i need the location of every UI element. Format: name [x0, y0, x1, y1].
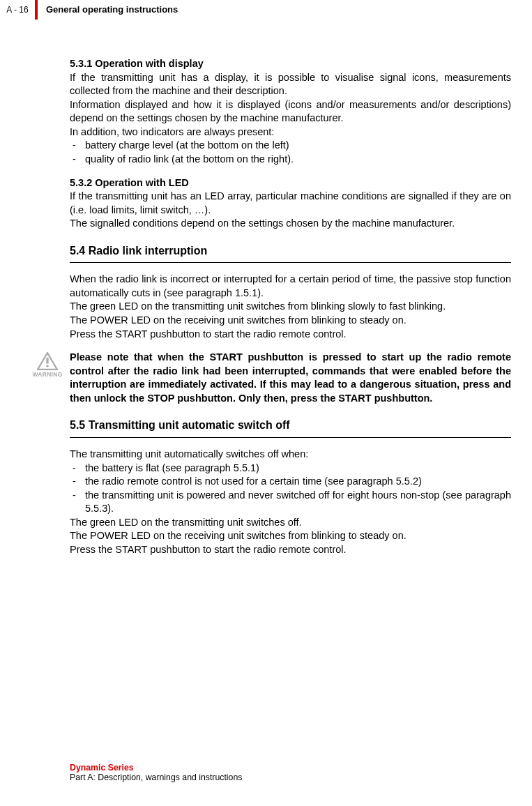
list-item: the radio remote control is not used for…	[70, 475, 511, 489]
paragraph: The POWER LED on the receiving unit swit…	[70, 314, 511, 328]
footer-series: Dynamic Series	[70, 763, 242, 773]
svg-point-1	[46, 365, 49, 367]
header-title: General operating instructions	[38, 0, 178, 20]
list-item: battery charge level (at the bottom on t…	[70, 139, 511, 153]
paragraph: Press the START pushbutton to start the …	[70, 543, 511, 557]
paragraph: In addition, two indicators are always p…	[70, 126, 511, 139]
list-item: quality of radio link (at the bottom on …	[70, 153, 511, 167]
paragraph: When the radio link is incorrect or inte…	[70, 273, 511, 300]
page-footer: Dynamic Series Part A: Description, warn…	[70, 763, 242, 782]
page-number: A - 16	[0, 0, 35, 20]
warning-block: WARNING Please note that when the START …	[70, 351, 511, 405]
page-content: 5.3.1 Operation with display If the tran…	[70, 57, 511, 557]
warning-label: WARNING	[32, 371, 63, 379]
paragraph: The signalled conditions depend on the s…	[70, 217, 511, 231]
paragraph: The green LED on the transmitting unit s…	[70, 300, 511, 314]
svg-rect-0	[46, 358, 48, 364]
paragraph: Information displayed and how it is disp…	[70, 98, 511, 126]
list-item: the transmitting unit is powered and nev…	[70, 489, 511, 516]
heading-5-4: 5.4 Radio link interruption	[70, 243, 511, 264]
heading-5-5: 5.5 Transmitting unit automatic switch o…	[70, 418, 511, 438]
warning-text: Please note that when the START pushbutt…	[70, 351, 511, 405]
warning-icon: WARNING	[32, 352, 63, 379]
list-item: the battery is flat (see paragraph 5.5.1…	[70, 462, 511, 476]
paragraph: Press the START pushbutton to start the …	[70, 328, 511, 342]
bullet-list: battery charge level (at the bottom on t…	[70, 139, 511, 166]
paragraph: If the transmitting unit has an LED arra…	[70, 190, 511, 217]
bullet-list: the battery is flat (see paragraph 5.5.1…	[70, 462, 511, 516]
page-header: A - 16 General operating instructions	[0, 0, 532, 20]
paragraph: The transmitting unit automatically swit…	[70, 448, 511, 462]
paragraph: If the transmitting unit has a display, …	[70, 71, 511, 98]
paragraph: The green LED on the transmitting unit s…	[70, 516, 511, 530]
heading-5-3-1: 5.3.1 Operation with display	[70, 57, 511, 71]
paragraph: The POWER LED on the receiving unit swit…	[70, 529, 511, 543]
footer-part: Part A: Description, warnings and instru…	[70, 773, 242, 782]
heading-5-3-2: 5.3.2 Operation with LED	[70, 176, 511, 190]
